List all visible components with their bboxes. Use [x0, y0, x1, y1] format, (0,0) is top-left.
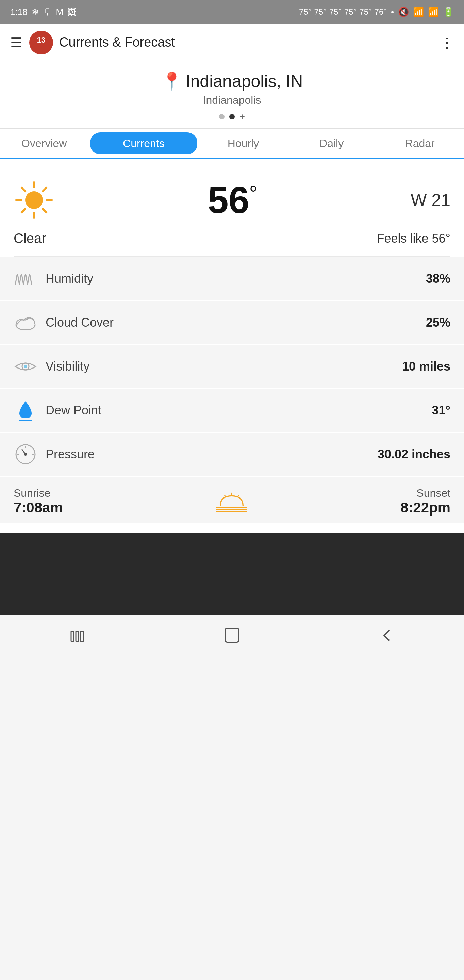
temperature-display: 56° [208, 181, 257, 219]
humidity-value: 38% [426, 272, 450, 286]
dark-bottom-area [0, 533, 464, 614]
pressure-value: 30.02 inches [378, 447, 450, 461]
cloud-cover-row: Cloud Cover 25% [0, 301, 464, 344]
location-city: Indianapolis, IN [186, 72, 303, 91]
page-dot-add[interactable]: + [240, 112, 245, 121]
main-content: 56° W 21 Clear Feels like 56° Humidity 3… [0, 159, 464, 533]
temp-unit: ° [249, 182, 257, 205]
cloud-cover-value: 25% [426, 315, 450, 330]
home-button[interactable] [218, 622, 246, 649]
page-dot-1[interactable] [219, 114, 224, 119]
sun-icon [14, 180, 54, 221]
tab-overview[interactable]: Overview [0, 129, 89, 158]
tab-currents[interactable]: Currents [90, 132, 198, 154]
humidity-waves-svg [15, 269, 36, 289]
status-icon-wifi: 📶 [413, 7, 424, 18]
logo-svg: 13 [31, 31, 51, 51]
visibility-label: Visibility [46, 360, 89, 374]
status-icon-mute: 🎙 [43, 7, 52, 18]
temp-value: 56 [208, 179, 249, 221]
dew-left: Dew Point [14, 398, 102, 422]
tab-radar[interactable]: Radar [375, 129, 464, 158]
recent-apps-button[interactable] [64, 622, 91, 649]
svg-line-9 [22, 209, 25, 212]
svg-rect-33 [71, 631, 74, 641]
cloud-svg [14, 314, 37, 331]
feels-like: Feels like 56° [377, 231, 451, 246]
dew-point-icon [14, 398, 37, 422]
cloud-icon [14, 311, 37, 334]
sunset-block: Sunset 8:22pm [400, 487, 450, 516]
tab-hourly[interactable]: Hourly [199, 129, 288, 158]
svg-line-8 [43, 188, 46, 191]
humidity-label: Humidity [46, 272, 93, 286]
humidity-row: Humidity 38% [0, 257, 464, 301]
eye-svg [14, 358, 37, 375]
location-name: 📍 Indianapolis, IN [7, 72, 457, 91]
tab-daily[interactable]: Daily [288, 129, 376, 158]
dew-point-label: Dew Point [46, 403, 102, 417]
hamburger-menu-button[interactable]: ☰ [10, 35, 22, 50]
weather-description: Clear Feels like 56° [14, 227, 450, 256]
sunset-time: 8:22pm [400, 500, 450, 516]
status-icon-signal: 📶 [428, 7, 439, 18]
sun-times-row: Sunrise 7:08am Sunset 8:22pm [0, 477, 464, 523]
page-dot-2[interactable] [229, 114, 235, 119]
svg-line-22 [22, 450, 25, 454]
visibility-value: 10 miles [402, 360, 450, 374]
app-bar: ☰ 13 Currents & Forecast ⋮ [0, 24, 464, 61]
page-dots: + [7, 112, 457, 121]
back-button[interactable] [373, 622, 400, 649]
svg-text:13: 13 [37, 36, 45, 44]
svg-line-7 [43, 209, 46, 212]
status-icon-image: 🖼 [67, 7, 76, 18]
location-sub: Indianapolis [7, 94, 457, 107]
sunrise-time: 7:08am [14, 500, 63, 516]
status-right: 75° 75° 75° 75° 75° 76° • 🔇 📶 📶 🔋 [299, 7, 454, 18]
sunrise-block: Sunrise 7:08am [14, 487, 63, 516]
humidity-icon [14, 267, 37, 291]
app-logo: 13 [29, 30, 53, 54]
home-square-icon [224, 628, 240, 643]
svg-line-6 [22, 188, 25, 191]
dew-point-value: 31° [432, 403, 450, 417]
pressure-left: Pressure [14, 442, 95, 466]
app-title: Currents & Forecast [59, 35, 440, 50]
visibility-row: Visibility 10 miles [0, 345, 464, 388]
nav-bar [0, 614, 464, 655]
condition-text: Clear [14, 231, 46, 246]
status-icon-silent: 🔇 [398, 7, 409, 18]
humidity-left: Humidity [14, 267, 93, 291]
pressure-label: Pressure [46, 447, 95, 461]
dew-point-row: Dew Point 31° [0, 389, 464, 432]
back-arrow-icon [379, 628, 394, 643]
status-dot: • [391, 7, 394, 18]
weather-hero: 56° W 21 [14, 169, 450, 227]
gauge-svg [14, 443, 37, 466]
cloud-left: Cloud Cover [14, 311, 114, 334]
cloud-cover-label: Cloud Cover [46, 315, 114, 330]
tab-bar: Overview Currents Hourly Daily Radar [0, 129, 464, 159]
sunset-label: Sunset [400, 487, 450, 500]
dewdrop-svg [15, 398, 36, 422]
sun-horizon-icon [215, 490, 249, 514]
status-icon-snowflake: ❄ [32, 7, 39, 18]
pressure-row: Pressure 30.02 inches [0, 433, 464, 476]
logo-text: 13 [31, 31, 51, 54]
visibility-left: Visibility [14, 355, 89, 379]
more-options-button[interactable]: ⋮ [440, 35, 454, 50]
status-icon-mail: M [56, 7, 64, 18]
wind-display: W 21 [411, 190, 450, 210]
status-time: 1:18 [10, 7, 27, 18]
location-header: 📍 Indianapolis, IN Indianapolis + [0, 61, 464, 129]
svg-rect-34 [76, 631, 79, 641]
svg-point-18 [24, 365, 27, 368]
svg-rect-35 [81, 631, 83, 641]
status-bar: 1:18 ❄ 🎙 M 🖼 75° 75° 75° 75° 75° 76° • 🔇… [0, 0, 464, 24]
location-pin-icon: 📍 [161, 72, 182, 91]
svg-point-10 [25, 191, 43, 209]
recent-apps-icon [70, 628, 85, 643]
visibility-icon [14, 355, 37, 379]
pressure-icon [14, 442, 37, 466]
sunrise-label: Sunrise [14, 487, 63, 500]
